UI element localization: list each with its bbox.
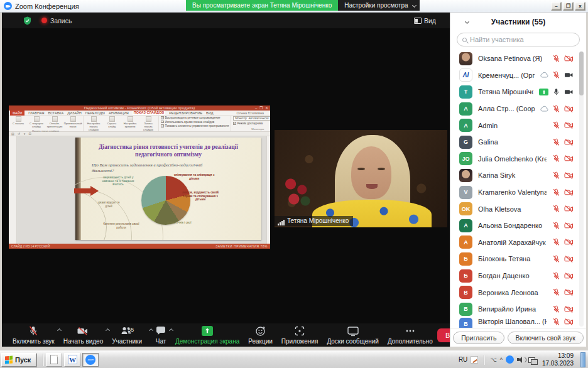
view-options-button[interactable]: Настройки просмотра	[338, 0, 419, 11]
shared-screen-powerpoint: Педагогічний оптимізм - PowerPoint (Сбой…	[9, 106, 270, 249]
avatar: В	[459, 318, 472, 328]
share-screen-button[interactable]: Демонстрация экрана	[171, 323, 244, 347]
participant-row[interactable]: Б Богдан Даценко	[450, 268, 579, 284]
minimize-button[interactable]: –	[551, 2, 562, 11]
camera-off-icon	[564, 138, 574, 146]
ppt-ribbon-button: Запись показа слайдов	[140, 116, 156, 131]
whiteboards-button[interactable]: Доски сообщений	[322, 323, 383, 347]
participant-row[interactable]: T Тетяна Мірошніченко	[450, 84, 579, 100]
taskbar-word-button[interactable]: W	[64, 353, 80, 367]
slide-question: Що Вам приносить задоволення в професійн…	[92, 163, 222, 174]
participant-name: Алла Стр... (Соорганизатор)	[478, 105, 535, 112]
participant-name: Julia Omelchenko (Kremenchuk)	[478, 155, 547, 163]
security-shield-icon[interactable]	[23, 16, 31, 25]
reactions-button[interactable]: Реакции	[244, 323, 277, 347]
close-button[interactable]: x	[575, 2, 585, 11]
participants-list: Oksana Petinova (Я) ΛΙ Кременчуц... (Орг…	[450, 50, 579, 328]
mic-muted-icon	[552, 205, 560, 213]
mic-muted-icon	[552, 288, 560, 296]
avatar: V	[459, 186, 472, 199]
participant-row[interactable]: G Galina	[450, 134, 579, 151]
mic-muted-icon	[552, 171, 560, 180]
pie-label: успіхи учнів і свої	[167, 221, 205, 225]
avatar	[459, 169, 472, 182]
maximize-button[interactable]: ❐	[563, 2, 574, 11]
more-button[interactable]: Дополнительно	[383, 323, 437, 347]
screen-share-banner: Вы просматриваете экран Тетяна Мірошніче…	[186, 0, 420, 11]
language-indicator[interactable]: RU	[459, 356, 467, 363]
taskbar-document-button[interactable]	[46, 353, 62, 367]
volume-icon[interactable]	[517, 356, 525, 364]
participant-row[interactable]: V Kramarenko Valentyna	[450, 184, 579, 201]
zoom-tray-icon[interactable]	[506, 355, 514, 364]
pie-label: бачення результатів своєї роботи	[101, 222, 142, 229]
pie-label: цікаві відкриття дітей	[94, 201, 123, 208]
camera-off-icon	[564, 288, 574, 296]
participant-row[interactable]: В Випирайло Ирина	[450, 301, 579, 318]
ppt-ribbon-checkbox: Показать элементы управления проигрывате…	[161, 124, 229, 127]
mic-muted-icon	[552, 272, 560, 280]
mic-muted-icon	[552, 255, 560, 263]
participant-name: Galina	[478, 138, 547, 146]
taskbar-zoom-button[interactable]	[82, 353, 99, 367]
search-icon	[462, 38, 467, 42]
background-flowers	[281, 173, 313, 210]
recording-indicator[interactable]: Запись	[41, 17, 72, 24]
ppt-tab: ДИЗАЙН	[67, 111, 82, 115]
speaker-video: Тетяна Мірошніченко	[275, 130, 447, 227]
ppt-titlebar: Педагогічний оптимізм - PowerPoint (Сбой…	[9, 106, 270, 111]
ppt-tab: ПОКАЗ СЛАЙДОВ	[133, 111, 165, 115]
participant-row[interactable]: Oksana Petinova (Я)	[450, 50, 579, 67]
participant-row[interactable]: Karina Siryk	[450, 167, 579, 184]
show-desktop-button[interactable]	[580, 352, 585, 367]
tray-arrows-icon[interactable]: ⌥	[490, 357, 496, 363]
share-screen-icon	[201, 325, 214, 337]
participant-row[interactable]: A Admin	[450, 117, 579, 134]
start-video-button[interactable]: Начать видео	[59, 323, 108, 347]
ppt-tab: ГЛАВНАЯ	[28, 111, 44, 115]
participant-row[interactable]: JO Julia Omelchenko (Kremenchuk)	[450, 151, 579, 168]
zoom-icon	[85, 355, 95, 365]
participant-row[interactable]: ΛΙ Кременчуц... (Организатор)	[450, 67, 579, 84]
search-input[interactable]	[470, 36, 564, 43]
mic-muted-icon	[552, 318, 560, 326]
participant-row[interactable]: A Алла Стр... (Соорганизатор)	[450, 100, 579, 117]
hidden-icons-chevron[interactable]: ^	[500, 357, 503, 363]
mic-muted-icon	[552, 55, 560, 63]
window-title: Zoom Конференция	[15, 3, 79, 10]
reactions-icon	[255, 325, 266, 337]
view-button[interactable]: Вид	[414, 17, 436, 24]
avatar: Б	[459, 269, 472, 283]
document-icon	[50, 355, 58, 364]
panel-scrollbar[interactable]	[579, 51, 584, 327]
participant-row[interactable]: В Вікторія Шаповал... (Кременчуц...	[450, 318, 579, 328]
ppt-ribbon-group-monitors: Монитор: Автоматически Режим докладчика …	[233, 116, 270, 131]
ppt-ribbon-button: С начала	[10, 116, 26, 126]
ppt-status-bar: СЛАЙД 2 ИЗ 14 РУССКИЙ ЗАМЕТКИ ПРИМЕЧАНИЯ…	[9, 244, 270, 249]
invite-button[interactable]: Пригласить	[453, 332, 504, 344]
language-bar-icon[interactable]	[471, 356, 478, 364]
participants-button[interactable]: 55 Участники	[107, 323, 151, 347]
start-button[interactable]: Пуск	[1, 353, 36, 367]
ppt-tab: ВСТАВКА	[48, 111, 64, 115]
participant-row[interactable]: В Вероника Леонова	[450, 284, 579, 301]
participant-row[interactable]: A Альона Бондаренко	[450, 217, 579, 234]
ppt-tab: РЕЦЕНЗИРОВАНИЕ	[169, 111, 202, 115]
participants-panel: Участники (55) Oksana Petinova (Я) ΛΙ Кр…	[450, 13, 586, 347]
camera-on-icon	[564, 71, 574, 79]
participant-row[interactable]: Б Білоконь Тетяна	[450, 251, 579, 268]
network-icon[interactable]	[528, 356, 536, 364]
unmute-audio-button[interactable]: Включить звук	[8, 323, 59, 347]
chat-button[interactable]: Чат	[151, 323, 171, 347]
unmute-self-button[interactable]: Включить свой звук	[508, 332, 584, 344]
participant-search[interactable]	[457, 33, 580, 46]
participant-row[interactable]: OK Olha Kletsova	[450, 200, 579, 217]
participant-row[interactable]: A Анатолій Харахайчук	[450, 234, 579, 251]
meeting-toolbar: Включить звук Начать видео 55 Участники …	[2, 323, 450, 347]
meeting-info-bar: Запись Вид	[2, 13, 450, 28]
avatar: ΛΙ	[459, 68, 472, 82]
participant-name: Випирайло Ирина	[478, 305, 547, 313]
apps-button[interactable]: Приложения	[277, 323, 323, 347]
mic-muted-icon	[552, 222, 560, 230]
taskbar-clock[interactable]: 13:0917.03.2023	[540, 352, 577, 367]
